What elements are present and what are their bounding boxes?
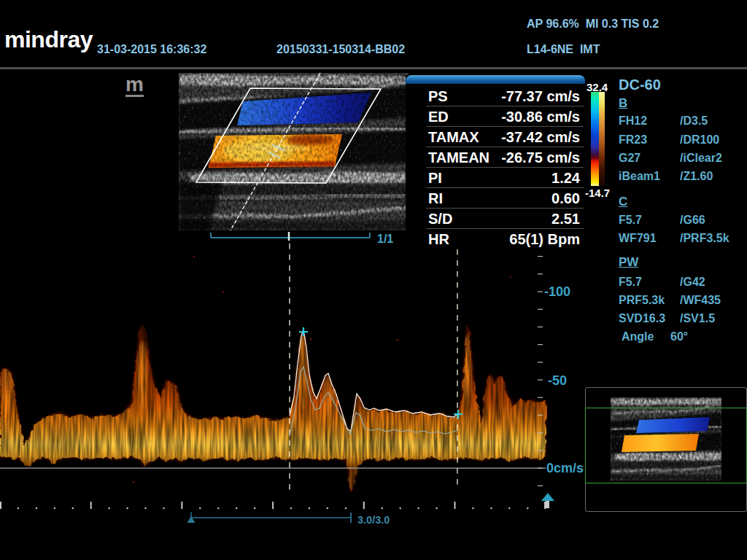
svg-text:-100: -100 [544,284,570,299]
svg-text:0cm/s: 0cm/s [546,461,584,475]
svg-text:3.0/3.0: 3.0/3.0 [357,514,390,526]
svg-text:-50: -50 [548,373,567,388]
